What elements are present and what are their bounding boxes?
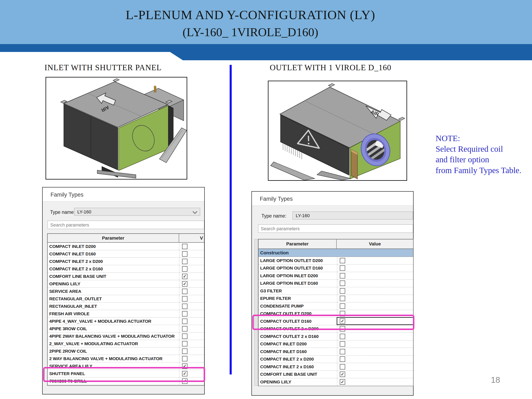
table-row[interactable]: COMPACT INLET 2 x D160: [259, 363, 413, 371]
table-row[interactable]: 2PIPE 2ROW COIL: [48, 348, 204, 355]
checkbox-checked[interactable]: ✓: [182, 363, 187, 369]
value-cell[interactable]: [337, 355, 413, 363]
table-row[interactable]: COMPACT INLET D160: [259, 348, 413, 355]
table-row[interactable]: SERVICE AREA LI/LY✓: [48, 362, 204, 370]
checkbox-unchecked[interactable]: [340, 326, 345, 331]
value-cell[interactable]: [337, 348, 413, 355]
value-cell[interactable]: [179, 265, 204, 272]
checkbox-unchecked[interactable]: [182, 266, 187, 272]
value-cell[interactable]: [337, 340, 413, 348]
value-cell[interactable]: ✓: [337, 371, 413, 378]
column-header-value[interactable]: V: [179, 234, 204, 242]
table-row[interactable]: OPENING LI/LY✓: [259, 378, 413, 386]
table-row[interactable]: COMPACT INLET D160: [48, 250, 204, 258]
checkbox-unchecked[interactable]: [340, 265, 345, 271]
value-cell[interactable]: [179, 288, 204, 295]
value-cell[interactable]: [179, 303, 204, 310]
checkbox-unchecked[interactable]: [182, 289, 187, 294]
checkbox-checked[interactable]: ✓: [340, 379, 345, 385]
checkbox-unchecked[interactable]: [340, 364, 345, 369]
value-cell[interactable]: [179, 310, 204, 317]
checkbox-unchecked[interactable]: [182, 311, 187, 317]
value-cell[interactable]: [337, 272, 413, 279]
checkbox-checked[interactable]: ✓: [182, 274, 187, 279]
table-row[interactable]: RECTANGULAR_OUTLET: [48, 295, 204, 303]
checkbox-unchecked[interactable]: [182, 296, 187, 302]
table-row[interactable]: G3 FILTER: [259, 287, 413, 295]
value-cell[interactable]: [179, 325, 204, 332]
value-cell[interactable]: ✓: [179, 370, 204, 377]
value-cell[interactable]: [337, 280, 413, 287]
table-row[interactable]: 2 WAY BALANCING VALVE + MODULATING ACTUA…: [48, 355, 204, 362]
table-row[interactable]: COMPACT INLET 2 x D200: [48, 258, 204, 265]
value-cell[interactable]: [337, 310, 413, 317]
value-cell[interactable]: ✓: [179, 362, 204, 370]
table-row[interactable]: LARGE OPTION INLET D160: [259, 280, 413, 287]
table-row[interactable]: RECTANGULAR_INLET: [48, 303, 204, 310]
value-cell[interactable]: [179, 295, 204, 302]
table-row[interactable]: CONDENSATE PUMP: [259, 302, 413, 310]
table-row[interactable]: COMFORT LINE BASE UNIT✓: [259, 371, 413, 378]
checkbox-unchecked[interactable]: [182, 341, 187, 346]
checkbox-checked[interactable]: ✓: [340, 372, 345, 377]
checkbox-unchecked[interactable]: [340, 349, 345, 354]
value-cell[interactable]: [179, 355, 204, 362]
type-name-combobox[interactable]: LY-160: [74, 208, 200, 216]
search-input[interactable]: Search parameters: [258, 224, 413, 233]
column-header-value[interactable]: Value: [337, 239, 413, 248]
checkbox-checked[interactable]: ✓: [182, 281, 187, 287]
checkbox-unchecked[interactable]: [182, 251, 187, 257]
checkbox-unchecked[interactable]: [340, 288, 345, 294]
type-name-combobox[interactable]: LY-160: [293, 212, 413, 219]
table-row[interactable]: COMPACT INLET 2 x D160: [48, 265, 204, 273]
table-row[interactable]: SHUTTER PANEL✓: [48, 370, 204, 377]
value-cell[interactable]: [337, 287, 413, 295]
value-cell[interactable]: ✓: [179, 377, 204, 385]
checkbox-unchecked[interactable]: [340, 304, 345, 309]
checkbox-unchecked[interactable]: [182, 334, 187, 339]
checkbox-unchecked[interactable]: [182, 326, 187, 331]
column-header-parameter[interactable]: Parameter: [48, 234, 179, 242]
checkbox-unchecked[interactable]: [182, 356, 187, 361]
table-row[interactable]: EPURE FILTER: [259, 295, 413, 303]
value-cell[interactable]: [337, 333, 413, 340]
checkbox-unchecked[interactable]: [182, 319, 187, 324]
table-row[interactable]: 4PIPE 2WAY BALANCING VALVE + MODULATING …: [48, 332, 204, 340]
checkbox-unchecked[interactable]: [340, 356, 345, 362]
table-row[interactable]: COMPACT OUTLET 2 x D160: [259, 333, 413, 340]
table-row[interactable]: 700X300 T0 GRILL✓: [48, 377, 204, 385]
table-row[interactable]: LARGE OPTION OUTLET D200: [259, 257, 413, 265]
dialog-titlebar[interactable]: Family Types: [252, 192, 413, 206]
table-row[interactable]: 4PIPE 3ROW COIL: [48, 325, 204, 332]
table-row[interactable]: 4PIPE 4_WAY_VALVE + MODULATING ACTUATOR: [48, 317, 204, 325]
focused-value-cell[interactable]: ✓: [337, 317, 413, 325]
value-cell[interactable]: ✓: [337, 378, 413, 386]
value-cell[interactable]: ✓: [179, 280, 204, 287]
value-cell[interactable]: [337, 363, 413, 371]
value-cell[interactable]: [337, 302, 413, 310]
checkbox-unchecked[interactable]: [340, 341, 345, 347]
checkbox-checked[interactable]: ✓: [182, 378, 187, 384]
table-row[interactable]: FRESH AIR VIROLE: [48, 310, 204, 317]
value-cell[interactable]: [179, 340, 204, 347]
value-cell[interactable]: [179, 332, 204, 340]
table-row[interactable]: COMFORT LINE BASE UNIT✓: [48, 273, 204, 280]
dialog-titlebar[interactable]: Family Types: [43, 187, 204, 201]
table-row[interactable]: LARGE OPTION OUTLET D160: [259, 265, 413, 272]
checkbox-checked[interactable]: ✓: [182, 371, 187, 376]
checkbox-unchecked[interactable]: [340, 258, 345, 263]
table-row[interactable]: 2_WAY_VALVE + MODULATING ACTUATOR: [48, 340, 204, 348]
checkbox-unchecked[interactable]: [182, 304, 187, 309]
table-row[interactable]: LARGE OPTION INLET D200: [259, 272, 413, 280]
value-cell[interactable]: [179, 243, 204, 250]
table-row[interactable]: COMPACT INLET D200: [259, 340, 413, 348]
value-cell[interactable]: [337, 325, 413, 333]
value-cell[interactable]: [337, 257, 413, 264]
value-cell[interactable]: [179, 317, 204, 325]
value-cell[interactable]: [337, 295, 413, 302]
checkbox-unchecked[interactable]: [340, 280, 345, 286]
checkbox-unchecked[interactable]: [182, 244, 187, 249]
value-cell[interactable]: ✓: [179, 273, 204, 280]
checkbox-unchecked[interactable]: [182, 348, 187, 354]
value-cell[interactable]: [337, 265, 413, 272]
